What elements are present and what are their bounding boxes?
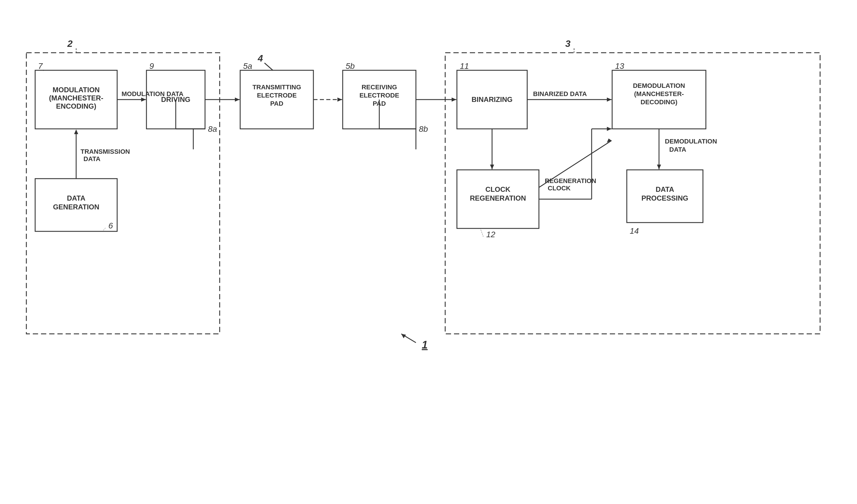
svg-marker-63 bbox=[452, 98, 456, 102]
svg-text:BINARIZED DATA: BINARIZED DATA bbox=[533, 90, 587, 98]
svg-line-86 bbox=[401, 334, 416, 343]
svg-rect-38 bbox=[612, 70, 706, 129]
svg-rect-20 bbox=[240, 70, 314, 129]
svg-text:8b: 8b bbox=[419, 124, 428, 134]
svg-marker-69 bbox=[490, 165, 494, 169]
svg-text:DECODING): DECODING) bbox=[641, 98, 677, 106]
svg-marker-61 bbox=[337, 98, 342, 102]
svg-text:7: 7 bbox=[38, 62, 43, 71]
svg-text:5b: 5b bbox=[346, 62, 355, 71]
svg-rect-33 bbox=[457, 170, 539, 229]
svg-text:DATA: DATA bbox=[655, 185, 674, 193]
label-4: 4 bbox=[257, 53, 263, 64]
svg-text:ELECTRODE: ELECTRODE bbox=[359, 92, 399, 99]
svg-line-73 bbox=[539, 140, 611, 187]
svg-text:14: 14 bbox=[630, 226, 639, 235]
svg-text:BINARIZING: BINARIZING bbox=[472, 96, 512, 103]
svg-text:(MANCHESTER-: (MANCHESTER- bbox=[49, 94, 103, 102]
svg-text:MODULATION: MODULATION bbox=[53, 86, 100, 94]
svg-text:DEMODULATION: DEMODULATION bbox=[633, 82, 685, 89]
svg-text:13: 13 bbox=[615, 62, 624, 71]
svg-text:5a: 5a bbox=[243, 62, 252, 71]
svg-marker-71 bbox=[607, 98, 611, 102]
svg-text:TRANSMITTING: TRANSMITTING bbox=[252, 83, 301, 91]
svg-text:REGENERATION: REGENERATION bbox=[545, 177, 596, 185]
diagram-svg: 2 3 4 MODULATION (MANCHESTER- ENCODING) … bbox=[18, 23, 839, 475]
svg-text:DATA: DATA bbox=[669, 146, 686, 153]
svg-text:MODULATION DATA: MODULATION DATA bbox=[121, 90, 184, 98]
svg-marker-78 bbox=[657, 165, 661, 169]
svg-text:PAD: PAD bbox=[270, 100, 284, 107]
svg-line-19 bbox=[102, 228, 105, 231]
label-3: 3 bbox=[565, 38, 571, 49]
svg-marker-74 bbox=[607, 138, 611, 142]
svg-text:8a: 8a bbox=[208, 124, 217, 134]
svg-rect-12 bbox=[147, 70, 205, 129]
svg-marker-5 bbox=[276, 73, 281, 78]
svg-text:9: 9 bbox=[149, 62, 154, 71]
svg-marker-84 bbox=[607, 127, 611, 131]
svg-rect-6 bbox=[35, 70, 117, 129]
diagram-container: 2 3 4 MODULATION (MANCHESTER- ENCODING) … bbox=[18, 23, 839, 475]
svg-marker-48 bbox=[74, 130, 78, 134]
svg-rect-30 bbox=[457, 70, 527, 129]
svg-text:GENERATION: GENERATION bbox=[53, 203, 99, 211]
svg-rect-0 bbox=[27, 53, 220, 334]
svg-text:(MANCHESTER-: (MANCHESTER- bbox=[634, 90, 684, 98]
label-2: 2 bbox=[67, 38, 73, 49]
svg-marker-87 bbox=[401, 334, 406, 338]
svg-text:DEMODULATION: DEMODULATION bbox=[665, 138, 717, 145]
svg-marker-52 bbox=[141, 98, 146, 102]
svg-text:1: 1 bbox=[422, 339, 427, 351]
svg-line-37 bbox=[480, 229, 483, 237]
svg-text:DATA: DATA bbox=[83, 155, 100, 163]
svg-text:REGENERATION: REGENERATION bbox=[470, 194, 526, 202]
svg-text:ENCODING): ENCODING) bbox=[56, 102, 96, 110]
svg-text:DATA: DATA bbox=[67, 194, 85, 202]
svg-rect-1 bbox=[445, 53, 820, 334]
svg-rect-43 bbox=[627, 170, 703, 222]
svg-text:12: 12 bbox=[486, 230, 495, 239]
svg-text:6: 6 bbox=[108, 221, 113, 230]
svg-rect-25 bbox=[343, 70, 416, 129]
svg-text:PAD: PAD bbox=[373, 100, 386, 107]
svg-rect-15 bbox=[35, 179, 117, 231]
svg-text:PROCESSING: PROCESSING bbox=[641, 194, 688, 202]
svg-line-4 bbox=[265, 63, 281, 78]
svg-text:TRANSMISSION: TRANSMISSION bbox=[81, 148, 130, 155]
svg-text:RECEIVING: RECEIVING bbox=[362, 83, 397, 91]
svg-text:CLOCK: CLOCK bbox=[548, 185, 571, 192]
svg-marker-55 bbox=[235, 98, 239, 102]
svg-text:DRIVING: DRIVING bbox=[161, 96, 190, 103]
svg-text:ELECTRODE: ELECTRODE bbox=[257, 92, 297, 99]
svg-text:CLOCK: CLOCK bbox=[485, 185, 510, 193]
svg-text:11: 11 bbox=[460, 62, 469, 71]
